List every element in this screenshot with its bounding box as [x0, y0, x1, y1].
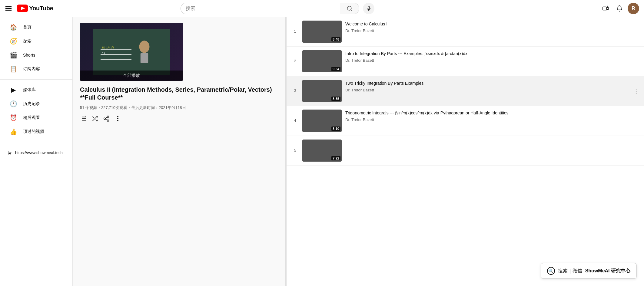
sidebar-item-label: Shorts	[23, 53, 35, 58]
playlist-title: Calculus II (Integration Methods, Series…	[80, 86, 277, 101]
video-channel: Dr. Trefor Bazett	[345, 28, 639, 33]
sidebar-item-shorts[interactable]: 🎬 Shorts	[2, 48, 70, 62]
history-icon: 🕐	[10, 100, 17, 107]
svg-line-28	[93, 117, 94, 118]
sidebar-divider-1	[0, 79, 72, 80]
sidebar-item-liked[interactable]: 👍 顶过的视频	[2, 125, 70, 138]
sidebar-item-library[interactable]: ▶ 媒体库	[2, 83, 70, 97]
svg-point-2	[347, 6, 351, 10]
video-thumbnail: 9:34	[302, 50, 342, 72]
video-title: Intro to Integration By Parts --- Exampl…	[345, 51, 639, 57]
video-list-item[interactable]: 3 8:35 Two Tricky Integration By Parts E…	[287, 76, 644, 106]
video-thumbnail: 8:10	[302, 110, 342, 132]
mic-button[interactable]	[363, 3, 374, 14]
video-list: 1 8:48 Welcome to Calculus II Dr. Trefor…	[287, 17, 644, 166]
video-duration: 8:35	[331, 97, 340, 101]
video-more-button[interactable]: ⋮	[633, 87, 639, 95]
video-channel: Dr. Trefor Bazett	[345, 117, 639, 122]
video-duration: 8:10	[331, 127, 340, 131]
sidebar-item-label: 订阅内容	[23, 66, 40, 72]
avatar[interactable]: R	[628, 3, 639, 14]
svg-point-12	[139, 41, 150, 53]
svg-line-3	[350, 9, 352, 11]
video-number: 2	[291, 50, 299, 63]
sidebar-divider-2	[0, 142, 72, 142]
cursor-icon	[7, 150, 13, 155]
sidebar-item-subscriptions[interactable]: 📋 订阅内容	[2, 62, 70, 76]
svg-point-30	[104, 118, 106, 120]
logo[interactable]: YouTube	[17, 5, 53, 12]
svg-rect-4	[368, 6, 370, 9]
video-info	[345, 140, 639, 141]
shuffle-button[interactable]	[91, 115, 98, 122]
search-circle-icon: 🔍	[547, 267, 555, 275]
sidebar-item-label: 探索	[23, 38, 32, 44]
header-center	[181, 3, 374, 14]
video-title: Two Tricky Integration By Parts Examples	[345, 81, 639, 87]
sidebar-item-label: 稍后观看	[23, 115, 40, 120]
playlist-header: 1/2 1/4 1/8 = 1 全部播放 Calculus II (Integr…	[73, 17, 285, 127]
video-channel: Dr. Trefor Bazett	[345, 88, 639, 92]
svg-text:= 1: = 1	[102, 51, 105, 54]
sidebar-item-history[interactable]: 🕐 历史记录	[2, 97, 70, 110]
video-thumbnail: 8:35	[302, 80, 342, 102]
sidebar-secondary: ▶ 媒体库 🕐 历史记录 ⏰ 稍后观看 👍 顶过的视频	[0, 83, 72, 138]
svg-text:1/2  1/4  1/8: 1/2 1/4 1/8	[102, 46, 114, 49]
add-to-queue-button[interactable]	[80, 115, 87, 122]
sidebar-url-text: https://www.showmeai.tech	[15, 150, 63, 155]
video-number: 3	[291, 80, 299, 93]
svg-line-32	[105, 119, 107, 120]
notification-button[interactable]	[614, 3, 625, 14]
video-title: Trigonometric Integrals --- ∫sin^n(x)cos…	[345, 110, 639, 116]
main-content: 1/2 1/4 1/8 = 1 全部播放 Calculus II (Integr…	[73, 17, 644, 286]
sidebar: 🏠 首页 🧭 探索 🎬 Shorts 📋 订阅内容 ▶ 媒体库 🕐 历史记录 ⏰…	[0, 17, 73, 286]
sidebar-item-label: 历史记录	[23, 101, 40, 107]
subscriptions-icon: 📋	[10, 65, 17, 73]
sidebar-item-explore[interactable]: 🧭 探索	[2, 35, 70, 48]
search-input[interactable]	[181, 3, 340, 14]
more-button[interactable]	[115, 115, 121, 122]
playlist-meta: 51 个视频・227,710次观看・最后更新时间：2021年9月18日	[80, 105, 277, 110]
video-list-panel: 1 8:48 Welcome to Calculus II Dr. Trefor…	[287, 17, 644, 286]
share-button[interactable]	[103, 115, 110, 122]
home-icon: 🏠	[10, 24, 17, 31]
svg-point-29	[107, 116, 109, 118]
video-list-item[interactable]: 1 8:48 Welcome to Calculus II Dr. Trefor…	[287, 17, 644, 47]
video-number: 5	[291, 140, 299, 153]
svg-point-36	[118, 120, 118, 121]
svg-rect-7	[603, 7, 607, 10]
sidebar-item-watch_later[interactable]: ⏰ 稍后观看	[2, 111, 70, 124]
sidebar-url: https://www.showmeai.tech	[0, 146, 72, 159]
showmeai-label: 搜索｜微信	[558, 268, 582, 274]
video-thumbnail: 7:22	[302, 140, 342, 162]
create-button[interactable]	[600, 3, 611, 14]
header-right: R	[600, 3, 639, 14]
showmeai-brand: ShowMeAI 研究中心	[585, 268, 630, 274]
svg-line-27	[96, 120, 98, 121]
layout: 🏠 首页 🧭 探索 🎬 Shorts 📋 订阅内容 ▶ 媒体库 🕐 历史记录 ⏰…	[0, 17, 644, 286]
video-info: Welcome to Calculus II Dr. Trefor Bazett	[345, 21, 639, 33]
sidebar-item-home[interactable]: 🏠 首页	[2, 21, 70, 34]
video-info: Intro to Integration By Parts --- Exampl…	[345, 50, 639, 63]
video-list-item[interactable]: 2 9:34 Intro to Integration By Parts ---…	[287, 47, 644, 76]
sidebar-primary: 🏠 首页 🧭 探索 🎬 Shorts 📋 订阅内容	[0, 21, 72, 76]
svg-line-33	[105, 117, 107, 118]
search-button[interactable]	[340, 3, 359, 14]
menu-button[interactable]	[5, 6, 12, 11]
video-list-item[interactable]: 5 7:22	[287, 136, 644, 166]
explore-icon: 🧭	[10, 38, 17, 45]
playlist-thumbnail[interactable]: 1/2 1/4 1/8 = 1 全部播放	[80, 23, 183, 81]
header-left: YouTube	[5, 5, 65, 12]
header: YouTube	[0, 0, 644, 17]
video-thumbnail: 8:48	[302, 21, 342, 43]
svg-point-35	[118, 118, 118, 119]
video-info: Two Tricky Integration By Parts Examples…	[345, 80, 639, 92]
video-title: Welcome to Calculus II	[345, 21, 639, 27]
sidebar-item-label: 顶过的视频	[23, 129, 44, 134]
play-all-overlay[interactable]: 全部播放	[80, 71, 183, 81]
video-list-item[interactable]: 4 8:10 Trigonometric Integrals --- ∫sin^…	[287, 106, 644, 136]
library-icon: ▶	[10, 86, 17, 94]
video-number: 1	[291, 21, 299, 34]
sidebar-item-label: 首页	[23, 25, 32, 30]
video-duration: 9:34	[331, 67, 340, 71]
